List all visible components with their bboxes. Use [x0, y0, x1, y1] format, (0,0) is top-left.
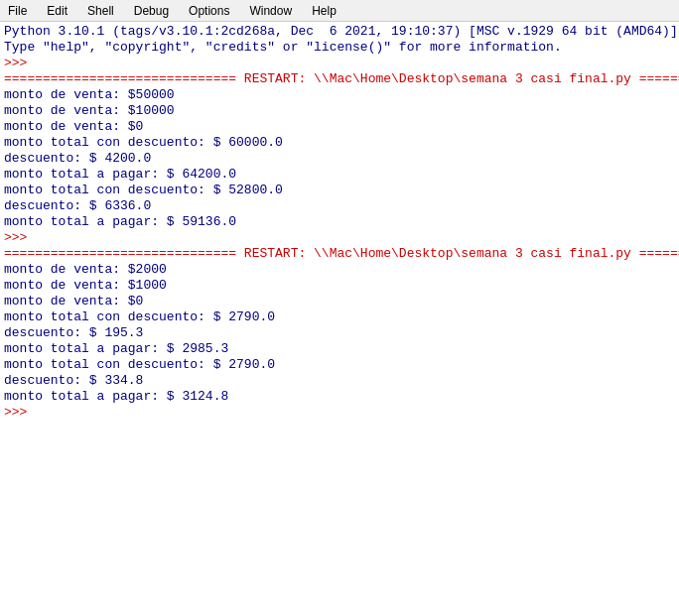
prompt-symbol: >>> [4, 405, 26, 421]
output-line: monto total con descuento: $ 52800.0 [4, 183, 675, 198]
output-line: monto total a pagar: $ 64200.0 [4, 167, 675, 183]
restart-line: ============================== RESTART: … [4, 71, 675, 87]
prompt-row: >>> [4, 56, 675, 71]
output-line: descuento: $ 6336.0 [4, 198, 675, 214]
output-line: monto de venta: $10000 [4, 103, 675, 119]
shell-container: Python 3.10.1 (tags/v3.10.1:2cd268a, Dec… [0, 22, 679, 594]
output-line: monto de venta: $2000 [4, 262, 675, 278]
prompt-symbol: >>> [4, 230, 26, 246]
output-line: monto de venta: $50000 [4, 87, 675, 103]
output-line: Type "help", "copyright", "credits" or "… [4, 40, 675, 56]
menu-options[interactable]: Options [185, 2, 233, 20]
output-line: descuento: $ 334.8 [4, 373, 675, 389]
restart-line: ============================== RESTART: … [4, 246, 675, 262]
output-line: descuento: $ 4200.0 [4, 151, 675, 167]
prompt-input [26, 230, 34, 246]
menu-bar: File Edit Shell Debug Options Window Hel… [0, 0, 679, 22]
menu-debug[interactable]: Debug [130, 2, 173, 20]
output-line: monto total a pagar: $ 59136.0 [4, 214, 675, 230]
output-line: monto total a pagar: $ 2985.3 [4, 341, 675, 357]
output-line: monto de venta: $1000 [4, 278, 675, 294]
menu-window[interactable]: Window [245, 2, 296, 20]
output-line: descuento: $ 195.3 [4, 325, 675, 341]
output-line: monto total con descuento: $ 2790.0 [4, 309, 675, 325]
output-line: monto de venta: $0 [4, 294, 675, 309]
output-line: monto total con descuento: $ 60000.0 [4, 135, 675, 151]
output-line: monto total a pagar: $ 3124.8 [4, 389, 675, 405]
menu-shell[interactable]: Shell [83, 2, 118, 20]
output-line: Python 3.10.1 (tags/v3.10.1:2cd268a, Dec… [4, 24, 675, 40]
prompt-row: >>> [4, 230, 675, 246]
prompt-input [26, 56, 34, 71]
output-line: monto total con descuento: $ 2790.0 [4, 357, 675, 373]
output-line: monto de venta: $0 [4, 119, 675, 135]
menu-file[interactable]: File [4, 2, 31, 20]
prompt-row: >>> [4, 405, 675, 421]
menu-help[interactable]: Help [308, 2, 340, 20]
prompt-input [26, 405, 34, 421]
prompt-symbol: >>> [4, 56, 26, 71]
menu-edit[interactable]: Edit [43, 2, 71, 20]
output-area[interactable]: Python 3.10.1 (tags/v3.10.1:2cd268a, Dec… [0, 22, 679, 594]
